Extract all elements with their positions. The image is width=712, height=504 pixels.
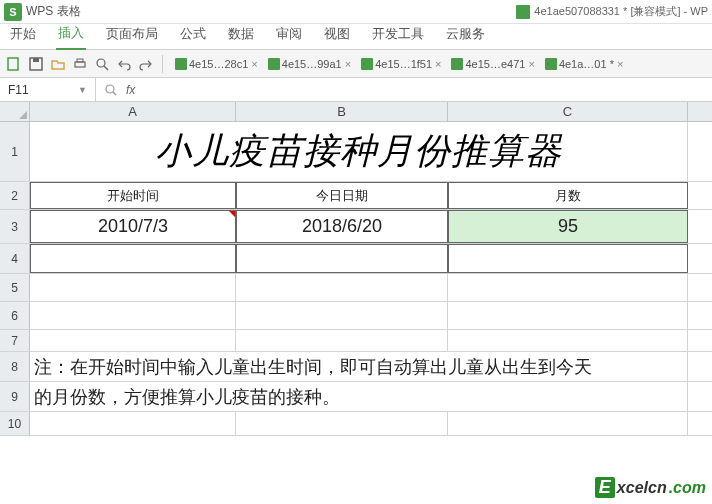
comment-indicator-icon[interactable] xyxy=(229,211,235,217)
name-box[interactable]: F11▼ xyxy=(0,78,96,101)
watermark-e: E xyxy=(595,477,615,498)
open-icon[interactable] xyxy=(50,56,66,72)
doc-tab-icon xyxy=(175,58,187,70)
row-header-10[interactable]: 10 xyxy=(0,412,30,435)
doc-tab-3[interactable]: 4e15…1f51× xyxy=(357,56,445,72)
preview-icon[interactable] xyxy=(94,56,110,72)
doc-tab-icon xyxy=(451,58,463,70)
cell-B3[interactable]: 2018/6/20 xyxy=(236,210,448,243)
search-icon[interactable] xyxy=(104,83,118,97)
tab-dev[interactable]: 开发工具 xyxy=(370,21,426,49)
redo-icon[interactable] xyxy=(138,56,154,72)
tab-review[interactable]: 审阅 xyxy=(274,21,304,49)
new-icon[interactable] xyxy=(6,56,22,72)
title-doc: 4e1ae507088331 * [兼容模式] - WP xyxy=(516,4,708,19)
cell-C10[interactable] xyxy=(448,412,688,435)
row-header-7[interactable]: 7 xyxy=(0,330,30,351)
svg-rect-2 xyxy=(33,58,39,62)
tab-cloud[interactable]: 云服务 xyxy=(444,21,487,49)
cell-A7[interactable] xyxy=(30,330,236,351)
tab-data[interactable]: 数据 xyxy=(226,21,256,49)
app-name: WPS 表格 xyxy=(26,3,81,20)
cell-A5[interactable] xyxy=(30,274,236,301)
row-header-2[interactable]: 2 xyxy=(0,182,30,209)
close-icon[interactable]: × xyxy=(251,58,257,70)
doc-tab-4[interactable]: 4e15…e471× xyxy=(447,56,538,72)
watermark-text1: xcelcn xyxy=(617,479,667,497)
doc-tab-1[interactable]: 4e15…28c1× xyxy=(171,56,262,72)
row-header-9[interactable]: 9 xyxy=(0,382,30,411)
rows: 1 小儿疫苗接种月份推算器 2 开始时间 今日日期 月数 3 2010/7/3 … xyxy=(0,122,712,436)
doc-tab-5[interactable]: 4e1a…01 *× xyxy=(541,56,627,72)
app-logo: S xyxy=(4,3,22,21)
chevron-down-icon[interactable]: ▼ xyxy=(78,85,87,95)
cell-B6[interactable] xyxy=(236,302,448,329)
doc-tab-icon xyxy=(545,58,557,70)
row-10: 10 xyxy=(0,412,712,436)
row-header-1[interactable]: 1 xyxy=(0,122,30,181)
cell-note2[interactable]: 的月份数，方便推算小儿疫苗的接种。 xyxy=(30,382,688,411)
menu-tabs: 开始 插入 页面布局 公式 数据 审阅 视图 开发工具 云服务 xyxy=(0,24,712,50)
cell-C7[interactable] xyxy=(448,330,688,351)
col-header-A[interactable]: A xyxy=(30,102,236,121)
tab-view[interactable]: 视图 xyxy=(322,21,352,49)
row-header-4[interactable]: 4 xyxy=(0,244,30,273)
row-header-3[interactable]: 3 xyxy=(0,210,30,243)
row-6: 6 xyxy=(0,302,712,330)
row-8: 8 注：在开始时间中输入儿童出生时间，即可自动算出儿童从出生到今天 xyxy=(0,352,712,382)
row-header-6[interactable]: 6 xyxy=(0,302,30,329)
col-header-C[interactable]: C xyxy=(448,102,688,121)
doc-tab-icon xyxy=(361,58,373,70)
close-icon[interactable]: × xyxy=(345,58,351,70)
tab-start[interactable]: 开始 xyxy=(8,21,38,49)
close-icon[interactable]: × xyxy=(528,58,534,70)
cell-A4[interactable] xyxy=(30,244,236,273)
fx-icon[interactable]: fx xyxy=(126,83,135,97)
watermark: Excelcn.com xyxy=(595,477,706,498)
cell-A10[interactable] xyxy=(30,412,236,435)
close-icon[interactable]: × xyxy=(617,58,623,70)
tab-insert[interactable]: 插入 xyxy=(56,20,86,50)
tab-formula[interactable]: 公式 xyxy=(178,21,208,49)
row-9: 9 的月份数，方便推算小儿疫苗的接种。 xyxy=(0,382,712,412)
svg-point-5 xyxy=(97,59,105,67)
cell-B7[interactable] xyxy=(236,330,448,351)
close-icon[interactable]: × xyxy=(435,58,441,70)
tab-layout[interactable]: 页面布局 xyxy=(104,21,160,49)
cell-B2[interactable]: 今日日期 xyxy=(236,182,448,209)
watermark-text2: .com xyxy=(669,479,706,497)
col-header-B[interactable]: B xyxy=(236,102,448,121)
cell-C4[interactable] xyxy=(448,244,688,273)
save-icon[interactable] xyxy=(28,56,44,72)
cell-A6[interactable] xyxy=(30,302,236,329)
row-2: 2 开始时间 今日日期 月数 xyxy=(0,182,712,210)
svg-rect-4 xyxy=(77,59,83,62)
undo-icon[interactable] xyxy=(116,56,132,72)
svg-line-8 xyxy=(113,92,116,95)
row-5: 5 xyxy=(0,274,712,302)
cell-C3[interactable]: 95 xyxy=(448,210,688,243)
cell-A2[interactable]: 开始时间 xyxy=(30,182,236,209)
cell-B10[interactable] xyxy=(236,412,448,435)
cell-C2[interactable]: 月数 xyxy=(448,182,688,209)
formula-bar: F11▼ fx xyxy=(0,78,712,102)
select-all-cell[interactable] xyxy=(0,102,30,121)
doc-title: 4e1ae507088331 * [兼容模式] - WP xyxy=(534,4,708,19)
cell-B4[interactable] xyxy=(236,244,448,273)
row-header-8[interactable]: 8 xyxy=(0,352,30,381)
cell-title[interactable]: 小儿疫苗接种月份推算器 xyxy=(30,122,688,181)
spreadsheet: A B C 1 小儿疫苗接种月份推算器 2 开始时间 今日日期 月数 3 201… xyxy=(0,102,712,436)
doc-tab-2[interactable]: 4e15…99a1× xyxy=(264,56,355,72)
row-header-5[interactable]: 5 xyxy=(0,274,30,301)
cell-A3[interactable]: 2010/7/3 xyxy=(30,210,236,243)
svg-line-6 xyxy=(104,66,108,70)
cell-note1[interactable]: 注：在开始时间中输入儿童出生时间，即可自动算出儿童从出生到今天 xyxy=(30,352,688,381)
column-headers: A B C xyxy=(0,102,712,122)
row-1: 1 小儿疫苗接种月份推算器 xyxy=(0,122,712,182)
svg-point-7 xyxy=(106,85,114,93)
cell-C5[interactable] xyxy=(448,274,688,301)
print-icon[interactable] xyxy=(72,56,88,72)
cell-B5[interactable] xyxy=(236,274,448,301)
row-3: 3 2010/7/3 2018/6/20 95 xyxy=(0,210,712,244)
cell-C6[interactable] xyxy=(448,302,688,329)
